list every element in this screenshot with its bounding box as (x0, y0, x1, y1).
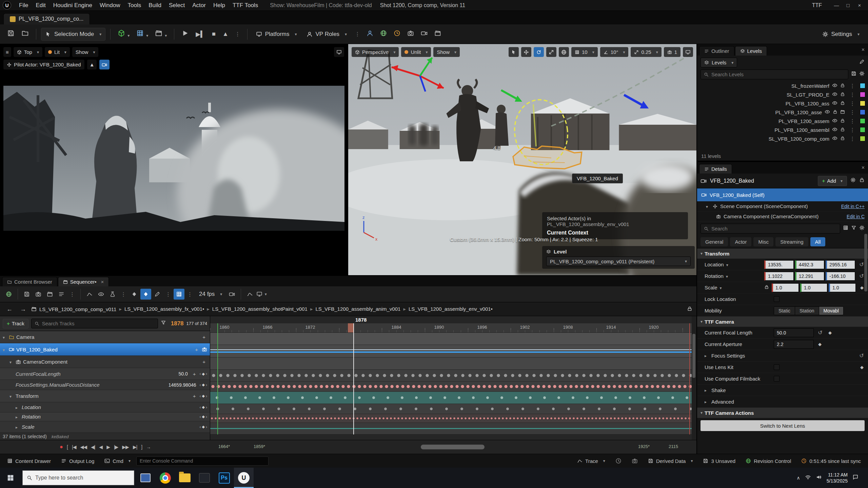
breadcrumb[interactable]: LS_VFB_1200_assembly_env_v001• (403, 306, 492, 312)
keyframe-lane-location[interactable] (210, 404, 692, 414)
work-start-label[interactable]: 1859* (254, 444, 265, 449)
details-search[interactable] (701, 224, 840, 233)
virtual-camera-icon[interactable] (418, 30, 430, 38)
tab-outliner[interactable]: Outliner (699, 46, 734, 56)
use-computed-filmback-checkbox[interactable] (774, 376, 780, 382)
location-label[interactable]: Location (705, 262, 762, 267)
scale-z-field[interactable]: 1.0 (829, 283, 856, 292)
level-kebab-icon[interactable]: ⋮ (848, 118, 857, 124)
section-ttf-camera[interactable]: TTF Camera (697, 317, 868, 327)
scale-lock-icon[interactable] (764, 285, 769, 290)
chrome-button[interactable] (155, 468, 175, 488)
record-take-icon[interactable] (391, 30, 403, 38)
rotation-x-field[interactable]: 1.1022 (764, 272, 794, 281)
step-back-button[interactable]: ◀| (91, 444, 95, 450)
pilot-camera-icon[interactable] (202, 347, 207, 352)
filter-misc[interactable]: Misc (753, 237, 773, 246)
track-row-scale[interactable]: Scale ‹◆› (0, 421, 210, 433)
perspective-dropdown[interactable]: Perspective (352, 47, 399, 57)
level-row[interactable]: PL_VFB_1200_assembl ⋮ (697, 125, 868, 134)
visibility-eye-icon[interactable] (825, 109, 830, 116)
keyframe-lane-camera-cut[interactable] (210, 345, 692, 358)
edit-kebab-icon[interactable]: ⋮ (163, 291, 173, 298)
level-kebab-icon[interactable]: ⋮ (848, 100, 857, 107)
keyframe-lane-focal-length[interactable] (210, 370, 692, 382)
platforms-dropdown[interactable]: Platforms (252, 28, 301, 41)
stop-piloting-icon[interactable]: ▲ (87, 60, 97, 69)
create-camera-icon[interactable] (33, 289, 44, 300)
location-x-field[interactable]: 13535. (764, 260, 794, 269)
level-row[interactable]: SL_VFB_1200_comp_com ⋮ (697, 134, 868, 143)
details-grid-icon[interactable] (843, 225, 848, 232)
level-dropdown[interactable]: PL_VFB_1200_comp_comp_v011 (Persistent) (546, 257, 691, 266)
menu-build[interactable]: Build (145, 1, 165, 10)
focus-distance-value[interactable]: 14659.98046 (169, 382, 196, 388)
step-forward-button[interactable]: |▶ (114, 444, 118, 450)
track-row-transform[interactable]: Transform + ‹◆› (0, 390, 210, 402)
toolbar-kebab-icon[interactable]: ⋮ (353, 31, 362, 37)
levels-combo[interactable]: Levels (701, 58, 737, 67)
cmd-dropdown[interactable]: Cmd (100, 454, 135, 468)
section-transform[interactable]: Transform (697, 248, 868, 259)
console-input[interactable] (140, 458, 265, 464)
shake-row[interactable]: Shake (697, 385, 868, 396)
menu-edit[interactable]: Edit (32, 1, 49, 10)
keyframe-lane-transform[interactable] (210, 392, 692, 404)
level-kebab-icon[interactable]: ⋮ (848, 92, 857, 98)
expander-icon[interactable] (706, 203, 710, 209)
menu-select[interactable]: Select (165, 1, 189, 10)
aperture-field[interactable]: 2.2 (774, 340, 814, 349)
details-options-icon[interactable] (850, 177, 856, 184)
volume-icon[interactable] (816, 474, 822, 482)
track-row-focus-distance[interactable]: FocusSettings.ManualFocusDistance 14659.… (0, 380, 210, 390)
level-color-chip[interactable] (860, 127, 865, 133)
unreal-logo-icon[interactable]: U (3, 1, 11, 9)
lit-mode-dropdown[interactable]: Lit (45, 47, 70, 57)
location-y-field[interactable]: 4492.3 (795, 260, 825, 269)
level-row[interactable]: PL_VFB_1200_asse ⋮ (697, 108, 868, 117)
add-component-button[interactable]: + Add (818, 176, 847, 186)
viewport-camera-preview[interactable]: ≡ Top Lit Show Pilot Actor: VFB_1200_Bak… (0, 44, 348, 275)
add-key-icon[interactable]: + (191, 393, 198, 399)
loop-mode-button[interactable]: → (146, 444, 151, 450)
work-range-start-marker[interactable] (217, 323, 218, 434)
visibility-eye-icon[interactable] (832, 136, 837, 142)
menu-help[interactable]: Help (210, 1, 229, 10)
advanced-row[interactable]: Advanced (697, 396, 868, 408)
output-log-button[interactable]: Output Log (57, 454, 99, 468)
rotation-y-field[interactable]: 12.291 (795, 272, 825, 281)
lock-sequence-icon[interactable] (687, 306, 692, 312)
network-icon[interactable] (805, 474, 811, 482)
expander-icon[interactable] (16, 424, 20, 430)
camera-cut-icon[interactable] (405, 30, 416, 38)
focal-length-value[interactable]: 50.0 (179, 371, 188, 377)
timeline-area[interactable]: 1860 1866 1872 1884 1890 1896 1902 1908 … (210, 316, 692, 440)
toolbar-kebab-icon[interactable]: ⋮ (67, 291, 77, 298)
menu-window[interactable]: Window (96, 1, 124, 10)
world-icon[interactable] (378, 30, 389, 38)
add-track-button[interactable]: + Track (3, 319, 28, 328)
camera-preview-render[interactable] (3, 86, 344, 231)
play-options-kebab-icon[interactable]: ⋮ (233, 31, 242, 37)
close-tab-icon[interactable]: × (101, 279, 104, 285)
move-tool-icon[interactable] (521, 47, 531, 57)
record-button[interactable]: ● (60, 444, 63, 450)
track-search[interactable] (31, 319, 158, 328)
keyframe-nav[interactable]: ‹◆› (200, 394, 207, 399)
tab-levels[interactable]: Levels (735, 46, 767, 56)
play-reverse-button[interactable]: ◀ (99, 444, 102, 450)
expander-icon[interactable] (3, 347, 7, 352)
focus-settings-row[interactable]: Focus Settings ↺ (697, 350, 868, 362)
track-row-camera[interactable]: Camera + (0, 331, 210, 343)
track-row-location[interactable]: Location ‹◆› (0, 402, 210, 412)
maximize-button[interactable]: □ (842, 2, 854, 8)
minimize-button[interactable]: — (831, 2, 842, 8)
lock-icon[interactable] (840, 92, 845, 98)
track-search-input[interactable] (42, 321, 155, 326)
tab-details[interactable]: Details (699, 164, 732, 174)
derived-data-dropdown[interactable]: Derived Data (644, 454, 697, 468)
show-dropdown[interactable]: Show (72, 47, 99, 57)
reset-focal-icon[interactable]: ↺ (816, 329, 824, 336)
location-z-field[interactable]: 2955.16 (826, 260, 855, 269)
edit-pen-icon[interactable] (152, 289, 163, 300)
